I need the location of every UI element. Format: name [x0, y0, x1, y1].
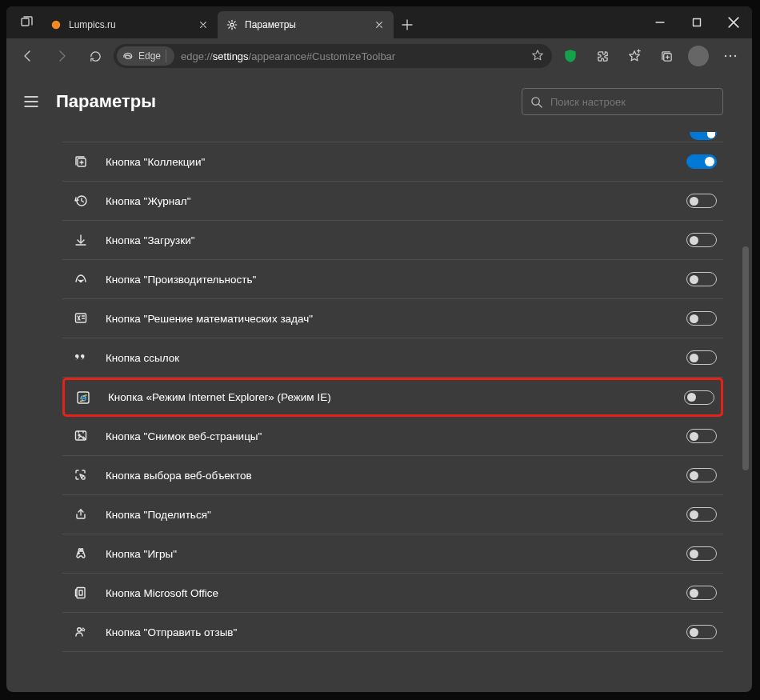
setting-row-iemode: Кнопка «Режим Internet Explorer» (Режим … — [62, 378, 723, 417]
extensions-button[interactable] — [587, 43, 618, 69]
setting-row-performance: Кнопка "Производительность" — [62, 260, 723, 299]
close-icon[interactable] — [197, 18, 210, 31]
tab-actions-button[interactable] — [11, 6, 42, 38]
share-icon — [72, 506, 90, 523]
tab-lumpics[interactable]: Lumpics.ru — [42, 11, 218, 38]
history-icon — [72, 192, 90, 210]
scrollbar[interactable] — [742, 78, 749, 687]
performance-icon — [72, 270, 90, 288]
setting-label: Кнопка "Производительность" — [106, 274, 686, 286]
setting-label: Кнопка "Загрузки" — [106, 234, 686, 246]
refresh-button[interactable] — [80, 43, 110, 69]
toggle-history[interactable] — [686, 194, 717, 208]
close-button[interactable] — [715, 6, 752, 38]
setting-row-capture: Кнопка "Снимок веб-страницы" — [62, 417, 723, 456]
setting-label: Кнопка «Режим Internet Explorer» (Режим … — [108, 391, 684, 403]
math-icon — [72, 310, 90, 327]
toggle-feedback[interactable] — [686, 625, 717, 639]
favorite-icon[interactable] — [531, 49, 544, 64]
site-identity-badge[interactable]: Edge — [117, 46, 174, 66]
new-tab-button[interactable] — [394, 11, 421, 38]
profile-button[interactable] — [688, 46, 709, 66]
setting-row-collections: Кнопка "Коллекции" — [62, 142, 723, 182]
svg-point-6 — [730, 55, 731, 57]
setting-row-share: Кнопка "Поделиться" — [62, 495, 723, 534]
setting-row-citations: Кнопка ссылок — [62, 338, 723, 378]
webselect-icon — [72, 466, 90, 484]
setting-row-webselect: Кнопка выбора веб-объектов — [62, 456, 723, 495]
feedback-icon — [72, 623, 90, 641]
toggle-downloads[interactable] — [686, 233, 717, 247]
svg-rect-0 — [22, 18, 29, 26]
search-input[interactable] — [550, 96, 714, 108]
svg-point-8 — [532, 97, 539, 104]
svg-point-5 — [725, 55, 726, 57]
toolbar: Edge edge://settings/appearance#Customiz… — [6, 38, 752, 74]
maximize-button[interactable] — [678, 6, 715, 38]
toggle-performance[interactable] — [686, 272, 717, 286]
ie-icon — [74, 389, 92, 406]
toggle-share[interactable] — [686, 507, 717, 522]
setting-label: Кнопка "Игры" — [106, 548, 686, 560]
svg-point-2 — [230, 23, 234, 26]
minimize-button[interactable] — [642, 6, 678, 38]
window-controls — [642, 6, 752, 38]
setting-label: Кнопка ссылок — [106, 352, 686, 364]
address-bar[interactable]: Edge edge://settings/appearance#Customiz… — [114, 44, 552, 68]
setting-label: Кнопка "Коллекции" — [106, 156, 686, 168]
forward-button[interactable] — [46, 43, 77, 69]
svg-rect-3 — [694, 19, 701, 26]
toggle-webselect[interactable] — [686, 468, 717, 482]
scrollbar-thumb[interactable] — [742, 246, 749, 470]
toggle-capture[interactable] — [686, 429, 717, 443]
svg-point-7 — [734, 55, 736, 57]
setting-row-math: Кнопка "Решение математических задач" — [62, 299, 723, 338]
download-icon — [72, 231, 90, 249]
setting-label: Кнопка "Журнал" — [106, 195, 686, 207]
favorites-button[interactable] — [619, 43, 650, 69]
setting-row-games: Кнопка "Игры" — [62, 534, 723, 574]
toggle-collections[interactable] — [686, 154, 717, 169]
setting-label: Кнопка "Поделиться" — [106, 509, 686, 521]
toggle-office[interactable] — [686, 586, 717, 600]
settings-search[interactable] — [522, 88, 723, 115]
toggle-iemode[interactable] — [684, 390, 714, 405]
back-button[interactable] — [13, 43, 43, 69]
quote-icon — [72, 349, 90, 366]
collections-button[interactable] — [651, 43, 682, 69]
url-text: edge://settings/appearance#CustomizeTool… — [181, 50, 525, 62]
adblock-icon[interactable] — [555, 43, 586, 69]
browser-window: Lumpics.ru Параметры — [6, 6, 752, 692]
tab-title: Параметры — [245, 19, 366, 30]
page-title: Параметры — [56, 91, 510, 112]
toggle-citations[interactable] — [686, 350, 717, 365]
setting-row-history: Кнопка "Журнал" — [62, 182, 723, 221]
tab-settings[interactable]: Параметры — [218, 11, 394, 38]
favicon-orange-icon — [50, 18, 62, 31]
setting-label: Кнопка выбора веб-объектов — [106, 470, 686, 482]
toggle-math[interactable] — [686, 311, 717, 326]
badge-label: Edge — [138, 50, 161, 62]
setting-label: Кнопка "Снимок веб-страницы" — [106, 430, 686, 442]
capture-icon — [72, 427, 90, 445]
setting-row-office: Кнопка Microsoft Office — [62, 574, 723, 613]
setting-row-partial-top — [62, 131, 723, 142]
setting-label: Кнопка "Решение математических задач" — [106, 313, 686, 325]
settings-menu-button[interactable] — [18, 88, 45, 115]
close-icon[interactable] — [373, 18, 386, 31]
gear-icon — [226, 18, 238, 31]
menu-button[interactable] — [715, 43, 746, 69]
toggle-games[interactable] — [686, 546, 717, 561]
titlebar: Lumpics.ru Параметры — [6, 6, 752, 38]
office-icon — [72, 584, 90, 602]
setting-label: Кнопка "Отправить отзыв" — [106, 626, 686, 638]
settings-header: Параметры — [6, 74, 752, 126]
setting-row-downloads: Кнопка "Загрузки" — [62, 221, 723, 260]
collections-icon — [72, 153, 90, 170]
games-icon — [72, 545, 90, 562]
setting-row-feedback: Кнопка "Отправить отзыв" — [62, 613, 723, 652]
toggle-on-partial[interactable] — [690, 132, 717, 140]
settings-content: Кнопка "Коллекции"Кнопка "Журнал"Кнопка … — [6, 126, 752, 692]
search-icon — [530, 96, 542, 108]
toolbar-buttons-section: Кнопка "Коллекции"Кнопка "Журнал"Кнопка … — [62, 131, 723, 652]
